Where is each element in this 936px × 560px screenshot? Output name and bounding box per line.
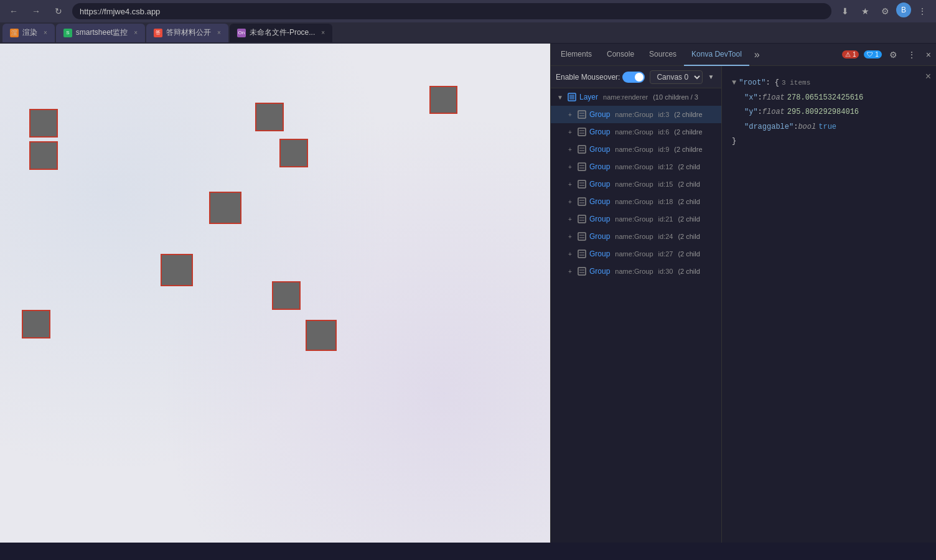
address-bar[interactable]: https://fmjwe4.csb.app	[72, 3, 831, 19]
tree-group-0[interactable]: + Group name:Group id:3 (2 childre	[551, 106, 721, 123]
extensions-button[interactable]: ⬇	[836, 2, 854, 20]
settings-button[interactable]: ⚙	[876, 2, 894, 20]
tree-group-1[interactable]: + Group name:Group id:6 (2 childre	[551, 123, 721, 141]
group-7-node-icon	[577, 231, 587, 241]
group-8-expand-icon[interactable]: +	[566, 250, 574, 258]
json-close-brace-row: }	[732, 134, 926, 149]
group-0-node-icon	[577, 110, 587, 119]
tree-group-2[interactable]: + Group name:Group id:9 (2 childre	[551, 141, 721, 158]
svg-rect-11	[578, 163, 586, 170]
tab-favicon-render: 渲	[10, 29, 19, 37]
group-4-expand-icon[interactable]: +	[566, 180, 574, 189]
konva-canvas	[0, 44, 550, 543]
svg-rect-1	[569, 95, 574, 100]
group-6-info: (2 child	[678, 215, 700, 223]
svg-rect-17	[578, 198, 586, 205]
tab-render[interactable]: 渲 渲染 ×	[2, 24, 55, 42]
konva-devtool-panel: Enable Mouseover: Canvas 0 ▼ ▼	[551, 66, 936, 543]
tab-close-active[interactable]: ×	[321, 29, 325, 36]
tab-label-active: 未命名文件-Proce...	[250, 27, 315, 38]
mouseover-toggle-switch[interactable]	[622, 72, 645, 83]
group-7-id: id:24	[658, 233, 673, 240]
tab-materials[interactable]: 答 答辩材料公开 ×	[146, 24, 228, 42]
group-0-name: Group	[589, 110, 610, 119]
group-8-node-icon	[577, 249, 587, 259]
root-expand-icon[interactable]: ▼	[732, 77, 736, 90]
tree-group-4[interactable]: + Group name:Group id:15 (2 child	[551, 175, 721, 193]
shape-3[interactable]	[279, 139, 308, 167]
tab-active[interactable]: On 未命名文件-Proce... ×	[230, 24, 332, 42]
shape-6[interactable]	[161, 254, 193, 286]
tab-sources[interactable]: Sources	[642, 44, 684, 66]
forward-button[interactable]: →	[27, 2, 45, 20]
group-1-expand-icon[interactable]: +	[566, 128, 574, 136]
layer-node-icon	[567, 92, 577, 102]
tab-console[interactable]: Console	[599, 44, 642, 66]
tree-group-6[interactable]: + Group name:Group id:21 (2 child	[551, 210, 721, 228]
json-root-count: 3 items	[782, 77, 810, 90]
chevron-down-icon: ▼	[708, 73, 714, 80]
tab-close-materials[interactable]: ×	[217, 29, 221, 36]
group-6-id: id:21	[658, 215, 673, 223]
tab-smartsheet[interactable]: S smartsheet监控 ×	[56, 24, 145, 42]
reload-button[interactable]: ↻	[50, 2, 67, 20]
group-9-id: id:30	[658, 268, 673, 275]
tree-group-3[interactable]: + Group name:Group id:12 (2 child	[551, 158, 721, 175]
group-9-info: (2 child	[678, 268, 700, 275]
layer-expand-icon[interactable]: ▼	[556, 93, 564, 101]
devtools-more-button[interactable]: ⋮	[905, 47, 919, 62]
group-9-expand-icon[interactable]: +	[566, 267, 574, 276]
url-text: https://fmjwe4.csb.app	[80, 7, 160, 16]
group-0-expand-icon[interactable]: +	[566, 110, 574, 119]
group-3-info: (2 child	[678, 163, 700, 170]
group-9-meta: name:Group	[615, 268, 653, 275]
canvas-area[interactable]	[0, 44, 550, 543]
shape-4[interactable]	[429, 86, 457, 114]
profile-button[interactable]: B	[896, 2, 911, 17]
group-7-expand-icon[interactable]: +	[566, 232, 574, 241]
group-7-meta: name:Group	[615, 233, 653, 240]
group-4-info: (2 child	[678, 180, 700, 188]
tab-close-smartsheet[interactable]: ×	[134, 29, 138, 36]
tab-elements[interactable]: Elements	[553, 44, 599, 66]
canvas-select[interactable]: Canvas 0	[650, 70, 703, 84]
group-2-expand-icon[interactable]: +	[566, 145, 574, 154]
tree-group-9[interactable]: + Group name:Group id:30 (2 child	[551, 263, 721, 280]
tree-group-7[interactable]: + Group name:Group id:24 (2 child	[551, 228, 721, 245]
shape-2[interactable]	[255, 103, 284, 131]
tab-close-render[interactable]: ×	[44, 29, 47, 36]
tree-layer-item[interactable]: ▼ Layer name:renderer (10 children / 3	[551, 88, 721, 106]
group-6-expand-icon[interactable]: +	[566, 215, 574, 223]
json-draggable-value: true	[818, 121, 836, 134]
enable-mouseover-toggle-area[interactable]: Enable Mouseover:	[556, 72, 645, 83]
more-tabs-button[interactable]: »	[749, 49, 765, 60]
group-2-name: Group	[589, 145, 610, 154]
shape-8[interactable]	[306, 320, 337, 351]
props-close-button[interactable]: ×	[925, 71, 931, 82]
group-5-expand-icon[interactable]: +	[566, 197, 574, 206]
group-3-expand-icon[interactable]: +	[566, 162, 574, 171]
svg-rect-14	[578, 180, 586, 188]
devtools-actions: ⚠ 1 🛡 1 ⚙ ⋮ ×	[842, 47, 934, 62]
bookmarks-button[interactable]: ★	[856, 2, 874, 20]
json-root-colon: : {	[765, 77, 779, 90]
tree-group-5[interactable]: + Group name:Group id:18 (2 child	[551, 193, 721, 210]
devtools-settings-button[interactable]: ⚙	[887, 47, 900, 62]
tab-label-render: 渲染	[22, 27, 37, 38]
tab-konva[interactable]: Konva DevTool	[684, 44, 749, 66]
main-area: Elements Console Sources Konva DevTool »…	[0, 44, 936, 543]
tree-group-8[interactable]: + Group name:Group id:27 (2 child	[551, 245, 721, 263]
tab-sources-label: Sources	[649, 50, 676, 58]
shape-1[interactable]	[29, 141, 58, 170]
devtools-close-button[interactable]: ×	[924, 47, 934, 62]
back-button[interactable]: ←	[5, 2, 22, 20]
json-x-row: "x" : float 278.0651532425616	[744, 91, 926, 106]
shape-9[interactable]	[22, 310, 50, 338]
shape-7[interactable]	[272, 281, 301, 310]
svg-rect-8	[578, 146, 586, 153]
browser-toolbar: ← → ↻ https://fmjwe4.csb.app ⬇ ★ ⚙ B ⋮	[0, 0, 936, 22]
shape-5[interactable]	[209, 192, 241, 224]
more-button[interactable]: ⋮	[914, 2, 931, 20]
shape-0[interactable]	[29, 109, 58, 138]
json-x-type: float	[762, 91, 785, 105]
